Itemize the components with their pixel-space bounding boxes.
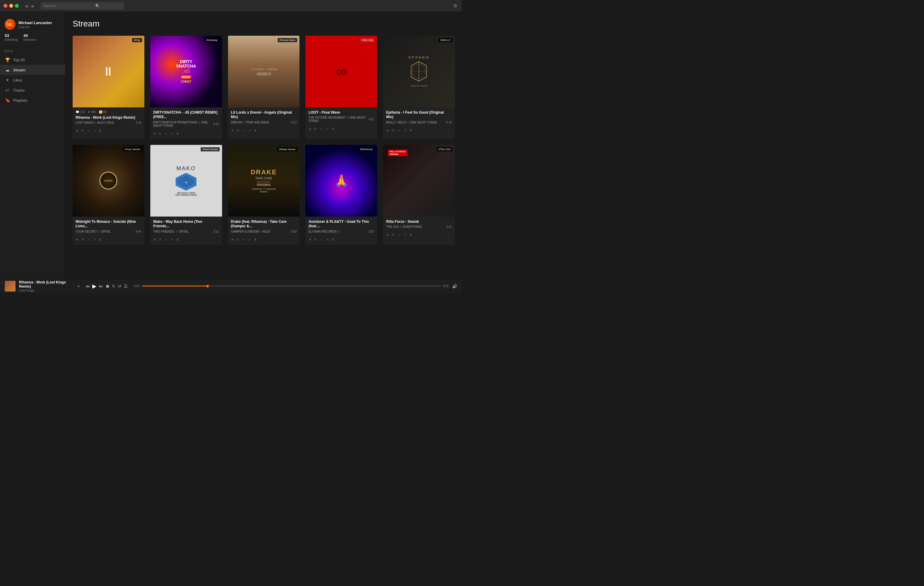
like-button[interactable]: ♥ (76, 237, 79, 242)
epifania-brand: EPIFANIA (409, 56, 429, 59)
logout-link[interactable]: Log out (18, 25, 52, 28)
more-button[interactable]: ⬇ (409, 128, 412, 133)
more-button[interactable]: ⬇ (98, 128, 102, 133)
share-button[interactable]: ↗ (92, 128, 96, 133)
forward-button[interactable]: ▶ (30, 3, 36, 9)
share-button[interactable]: ↗ (248, 237, 252, 242)
repost-button[interactable]: ⟳ (158, 131, 162, 137)
track-artwork: 🙏 #Electronic (305, 145, 377, 217)
progress-handle[interactable] (206, 285, 209, 287)
track-meta: ELYSIAN RECORDS ⟳ 3:07 (309, 230, 374, 233)
like-button[interactable]: ♥ (153, 237, 157, 242)
play-pause-button[interactable]: ▶ (92, 283, 96, 290)
repost-button[interactable]: ⟳ (81, 128, 84, 133)
track-card[interactable]: SUICIDE #Your Secret Midnight To Monaco … (73, 145, 144, 245)
track-card[interactable]: RILLA FORCESWANK #The XXX Rilla Force - … (383, 145, 455, 245)
share-button[interactable]: ↗ (403, 128, 407, 133)
more-button[interactable]: ⬇ (409, 232, 412, 238)
share-button[interactable]: ↗ (325, 237, 329, 242)
add-button[interactable]: ＋ (397, 128, 401, 133)
more-button[interactable]: ⬇ (98, 237, 102, 242)
track-card[interactable]: DIRTYSNATCHA.45REMIXCHMST #Dubstep DIRTY… (150, 36, 222, 139)
sidebar-item-label-playlists: Playlists (13, 98, 27, 103)
add-button[interactable]: ＋ (164, 237, 168, 242)
track-artwork: LIT LORDS × DREVM ANGELS #Future Bass (228, 36, 300, 107)
add-button[interactable]: ＋ (86, 128, 91, 133)
repost-button[interactable]: ⟳ (236, 237, 239, 242)
player-artist: Lost Kings (19, 288, 73, 292)
like-button[interactable]: ♥ (231, 128, 234, 133)
more-button[interactable]: ⬇ (331, 126, 335, 132)
repost-button[interactable]: ⟳ (314, 237, 317, 242)
like-button[interactable]: ♥ (231, 237, 234, 242)
skip-back-button[interactable]: ⏮ (86, 284, 90, 288)
more-button[interactable]: ⬇ (253, 128, 257, 133)
share-button[interactable]: ↗ (92, 237, 96, 242)
repost-button[interactable]: ⟳ (81, 237, 84, 242)
stop-button[interactable]: ⏹ (106, 284, 109, 288)
like-button[interactable]: ♥ (153, 131, 157, 137)
more-button[interactable]: ⬇ (331, 237, 335, 242)
track-card[interactable]: DRAKE TAKE CARE FEATURING RIHANNA GAMPER… (228, 145, 300, 245)
track-card[interactable]: LIT LORDS × DREVM ANGELS #Future Bass Li… (228, 36, 300, 139)
shuffle-button[interactable]: ⇄ (118, 284, 122, 288)
queue-button[interactable]: ☰ (124, 284, 128, 288)
track-card[interactable]: EPIFANIA Feel So Good #MOLLY (383, 36, 455, 139)
minimize-button[interactable] (9, 4, 13, 8)
sidebar-item-playlists[interactable]: 🔖 Playlists (0, 95, 65, 105)
tag-badge: #Future Bass (278, 38, 297, 42)
add-button[interactable]: ＋ (241, 237, 246, 242)
share-button[interactable]: ↗ (248, 128, 252, 133)
sidebar-item-top50[interactable]: 🏆 Top 50 (0, 55, 65, 65)
maximize-button[interactable] (15, 4, 19, 8)
repeat-button[interactable]: ↻ (112, 284, 116, 288)
player-heart-button[interactable]: ♥ (78, 284, 80, 288)
traffic-lights (3, 4, 19, 8)
add-button[interactable]: ＋ (241, 128, 246, 133)
track-card[interactable]: ⏸ #Pop 💬 123 ♥ 16K 🔁 5K Rihanna - Work (… (73, 36, 144, 139)
add-button[interactable]: ＋ (319, 237, 323, 242)
search-input[interactable] (41, 2, 124, 10)
add-button[interactable]: ＋ (86, 237, 91, 242)
track-duration: 2:31 (446, 225, 452, 229)
track-artist: THE XXX ⟳ EVERYTHING (386, 225, 422, 229)
share-button[interactable]: ↗ (170, 131, 174, 137)
repost-button[interactable]: ⟳ (391, 128, 395, 133)
repost-button[interactable]: ⟳ (158, 237, 162, 242)
progress-bar[interactable] (142, 286, 441, 286)
close-button[interactable] (3, 4, 7, 8)
like-button[interactable]: ♥ (76, 128, 79, 133)
sidebar-item-stream[interactable]: ☁ Stream (0, 65, 65, 75)
skip-forward-button[interactable]: ⏭ (99, 284, 103, 288)
track-card[interactable]: 🙏 #Electronic Autolaser & PLS&TY - Used … (305, 145, 377, 245)
player-title: Rihanna - Work (Lost Kings Remix) (19, 280, 73, 288)
track-card[interactable]: MAKO ⟳ WAY BACK HOMETWO FRIENDS REMIX #S… (150, 145, 222, 245)
more-button[interactable]: ⬇ (176, 237, 180, 242)
volume-button[interactable]: 🔊 (452, 284, 457, 288)
repost-button[interactable]: ⟳ (314, 126, 317, 132)
settings-icon[interactable]: ⚙ (453, 3, 457, 8)
share-button[interactable]: ↗ (170, 237, 174, 242)
like-button[interactable]: ♥ (309, 237, 312, 242)
infinity-icon: ∞ (336, 63, 347, 80)
share-button[interactable]: ↗ (403, 232, 407, 238)
titlebar: ◀ ▶ 🔍 ⚙ (0, 0, 462, 12)
like-button[interactable]: ♥ (386, 232, 389, 238)
repost-button[interactable]: ⟳ (236, 128, 239, 133)
more-button[interactable]: ⬇ (176, 131, 180, 137)
add-button[interactable]: ＋ (319, 126, 323, 132)
avatar[interactable]: ML (5, 19, 15, 30)
like-button[interactable]: ♥ (309, 126, 312, 132)
add-button[interactable]: ＋ (397, 232, 401, 238)
back-button[interactable]: ◀ (23, 3, 29, 9)
like-button[interactable]: ♥ (386, 128, 389, 133)
add-button[interactable]: ＋ (164, 131, 168, 137)
sidebar-item-label-tracks: Tracks (13, 88, 25, 92)
sidebar-item-likes[interactable]: ♥ Likes (0, 75, 65, 85)
sidebar-item-tracks[interactable]: 🏷 Tracks (0, 85, 65, 95)
track-duration: 3:59 (291, 230, 297, 233)
share-button[interactable]: ↗ (325, 126, 329, 132)
more-button[interactable]: ⬇ (253, 237, 257, 242)
repost-button[interactable]: ⟳ (391, 232, 395, 238)
track-card[interactable]: ∞ #Vol. 001 LOOT - Final Wave THE FUTURE… (305, 36, 377, 139)
